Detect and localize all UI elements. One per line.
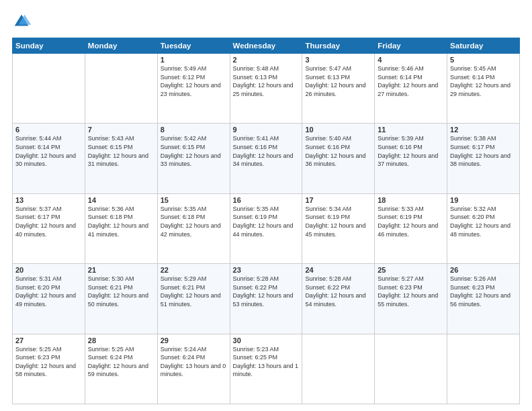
calendar-week-1: 1Sunrise: 5:49 AM Sunset: 6:12 PM Daylig… (13, 54, 520, 124)
day-number: 5 (450, 56, 517, 64)
calendar-header-friday: Friday (375, 38, 447, 54)
calendar-cell: 5Sunrise: 5:45 AM Sunset: 6:14 PM Daylig… (447, 54, 520, 124)
calendar-cell: 25Sunrise: 5:27 AM Sunset: 6:23 PM Dayli… (375, 264, 447, 334)
calendar-header-thursday: Thursday (302, 38, 375, 54)
day-info: Sunrise: 5:41 AM Sunset: 6:16 PM Dayligh… (233, 134, 300, 168)
calendar-cell: 28Sunrise: 5:25 AM Sunset: 6:24 PM Dayli… (85, 334, 157, 404)
calendar-cell: 15Sunrise: 5:35 AM Sunset: 6:18 PM Dayli… (157, 193, 230, 263)
day-info: Sunrise: 5:39 AM Sunset: 6:16 PM Dayligh… (378, 134, 444, 168)
calendar-cell: 4Sunrise: 5:46 AM Sunset: 6:14 PM Daylig… (375, 54, 447, 124)
calendar-cell (447, 334, 520, 404)
calendar-cell: 9Sunrise: 5:41 AM Sunset: 6:16 PM Daylig… (230, 124, 302, 193)
day-info: Sunrise: 5:35 AM Sunset: 6:19 PM Dayligh… (233, 205, 300, 238)
logo-icon (12, 12, 31, 31)
header (12, 12, 520, 31)
day-number: 8 (161, 126, 227, 134)
day-number: 28 (88, 336, 154, 345)
calendar-cell: 6Sunrise: 5:44 AM Sunset: 6:14 PM Daylig… (13, 124, 85, 193)
calendar-cell: 21Sunrise: 5:30 AM Sunset: 6:21 PM Dayli… (85, 264, 157, 334)
calendar-cell: 27Sunrise: 5:25 AM Sunset: 6:23 PM Dayli… (13, 334, 85, 404)
calendar-cell: 13Sunrise: 5:37 AM Sunset: 6:17 PM Dayli… (13, 193, 85, 263)
calendar-cell: 1Sunrise: 5:49 AM Sunset: 6:12 PM Daylig… (157, 54, 230, 124)
day-info: Sunrise: 5:23 AM Sunset: 6:25 PM Dayligh… (233, 345, 300, 379)
day-info: Sunrise: 5:31 AM Sunset: 6:20 PM Dayligh… (15, 275, 82, 308)
day-info: Sunrise: 5:29 AM Sunset: 6:21 PM Dayligh… (161, 275, 227, 308)
day-info: Sunrise: 5:25 AM Sunset: 6:23 PM Dayligh… (15, 345, 82, 379)
day-number: 20 (15, 266, 82, 274)
day-number: 7 (88, 126, 154, 134)
day-number: 4 (378, 56, 444, 64)
calendar-cell: 17Sunrise: 5:34 AM Sunset: 6:19 PM Dayli… (302, 193, 375, 263)
calendar-cell: 11Sunrise: 5:39 AM Sunset: 6:16 PM Dayli… (375, 124, 447, 193)
day-info: Sunrise: 5:44 AM Sunset: 6:14 PM Dayligh… (15, 134, 82, 168)
calendar-cell (302, 334, 375, 404)
day-number: 17 (305, 196, 371, 204)
logo (12, 12, 34, 31)
calendar-header-sunday: Sunday (13, 38, 85, 54)
calendar-cell (13, 54, 85, 124)
day-info: Sunrise: 5:30 AM Sunset: 6:21 PM Dayligh… (88, 275, 154, 308)
day-number: 22 (161, 266, 227, 274)
day-number: 15 (161, 196, 227, 204)
day-info: Sunrise: 5:32 AM Sunset: 6:20 PM Dayligh… (450, 205, 517, 238)
day-info: Sunrise: 5:46 AM Sunset: 6:14 PM Dayligh… (378, 64, 444, 98)
day-number: 1 (161, 56, 227, 64)
day-number: 29 (161, 336, 227, 345)
calendar-cell: 29Sunrise: 5:24 AM Sunset: 6:24 PM Dayli… (157, 334, 230, 404)
calendar-cell: 22Sunrise: 5:29 AM Sunset: 6:21 PM Dayli… (157, 264, 230, 334)
day-number: 23 (233, 266, 300, 274)
calendar-week-3: 13Sunrise: 5:37 AM Sunset: 6:17 PM Dayli… (13, 193, 520, 263)
calendar-cell: 8Sunrise: 5:42 AM Sunset: 6:15 PM Daylig… (157, 124, 230, 193)
day-number: 16 (233, 196, 300, 204)
day-info: Sunrise: 5:49 AM Sunset: 6:12 PM Dayligh… (161, 64, 227, 98)
day-info: Sunrise: 5:28 AM Sunset: 6:22 PM Dayligh… (233, 275, 300, 308)
calendar-cell: 24Sunrise: 5:28 AM Sunset: 6:22 PM Dayli… (302, 264, 375, 334)
calendar-cell: 19Sunrise: 5:32 AM Sunset: 6:20 PM Dayli… (447, 193, 520, 263)
calendar-table: SundayMondayTuesdayWednesdayThursdayFrid… (12, 38, 520, 404)
calendar-cell: 30Sunrise: 5:23 AM Sunset: 6:25 PM Dayli… (230, 334, 302, 404)
day-number: 25 (378, 266, 444, 274)
day-info: Sunrise: 5:35 AM Sunset: 6:18 PM Dayligh… (161, 205, 227, 238)
calendar-cell: 20Sunrise: 5:31 AM Sunset: 6:20 PM Dayli… (13, 264, 85, 334)
day-number: 11 (378, 126, 444, 134)
day-number: 27 (15, 336, 82, 345)
day-info: Sunrise: 5:25 AM Sunset: 6:24 PM Dayligh… (88, 345, 154, 379)
day-info: Sunrise: 5:27 AM Sunset: 6:23 PM Dayligh… (378, 275, 444, 308)
day-info: Sunrise: 5:24 AM Sunset: 6:24 PM Dayligh… (161, 345, 227, 379)
calendar-cell (375, 334, 447, 404)
calendar-cell: 10Sunrise: 5:40 AM Sunset: 6:16 PM Dayli… (302, 124, 375, 193)
day-info: Sunrise: 5:45 AM Sunset: 6:14 PM Dayligh… (450, 64, 517, 98)
calendar-cell: 18Sunrise: 5:33 AM Sunset: 6:19 PM Dayli… (375, 193, 447, 263)
day-info: Sunrise: 5:33 AM Sunset: 6:19 PM Dayligh… (378, 205, 444, 238)
day-info: Sunrise: 5:40 AM Sunset: 6:16 PM Dayligh… (305, 134, 371, 168)
day-info: Sunrise: 5:47 AM Sunset: 6:13 PM Dayligh… (305, 64, 371, 98)
day-number: 14 (88, 196, 154, 204)
day-number: 13 (15, 196, 82, 204)
calendar-week-4: 20Sunrise: 5:31 AM Sunset: 6:20 PM Dayli… (13, 264, 520, 334)
day-info: Sunrise: 5:43 AM Sunset: 6:15 PM Dayligh… (88, 134, 154, 168)
calendar-cell: 23Sunrise: 5:28 AM Sunset: 6:22 PM Dayli… (230, 264, 302, 334)
day-info: Sunrise: 5:28 AM Sunset: 6:22 PM Dayligh… (305, 275, 371, 308)
day-info: Sunrise: 5:38 AM Sunset: 6:17 PM Dayligh… (450, 134, 517, 168)
page: SundayMondayTuesdayWednesdayThursdayFrid… (0, 0, 532, 411)
calendar-cell: 14Sunrise: 5:36 AM Sunset: 6:18 PM Dayli… (85, 193, 157, 263)
day-number: 19 (450, 196, 517, 204)
calendar-header-saturday: Saturday (447, 38, 520, 54)
day-number: 9 (233, 126, 300, 134)
calendar-cell: 16Sunrise: 5:35 AM Sunset: 6:19 PM Dayli… (230, 193, 302, 263)
day-number: 26 (450, 266, 517, 274)
calendar-header-wednesday: Wednesday (230, 38, 302, 54)
calendar-cell: 7Sunrise: 5:43 AM Sunset: 6:15 PM Daylig… (85, 124, 157, 193)
day-info: Sunrise: 5:34 AM Sunset: 6:19 PM Dayligh… (305, 205, 371, 238)
day-info: Sunrise: 5:48 AM Sunset: 6:13 PM Dayligh… (233, 64, 300, 98)
calendar-header-tuesday: Tuesday (157, 38, 230, 54)
day-number: 3 (305, 56, 371, 64)
day-number: 30 (233, 336, 300, 345)
calendar-cell: 2Sunrise: 5:48 AM Sunset: 6:13 PM Daylig… (230, 54, 302, 124)
day-number: 21 (88, 266, 154, 274)
day-number: 6 (15, 126, 82, 134)
day-number: 18 (378, 196, 444, 204)
calendar-header-monday: Monday (85, 38, 157, 54)
day-info: Sunrise: 5:42 AM Sunset: 6:15 PM Dayligh… (161, 134, 227, 168)
calendar-cell: 12Sunrise: 5:38 AM Sunset: 6:17 PM Dayli… (447, 124, 520, 193)
